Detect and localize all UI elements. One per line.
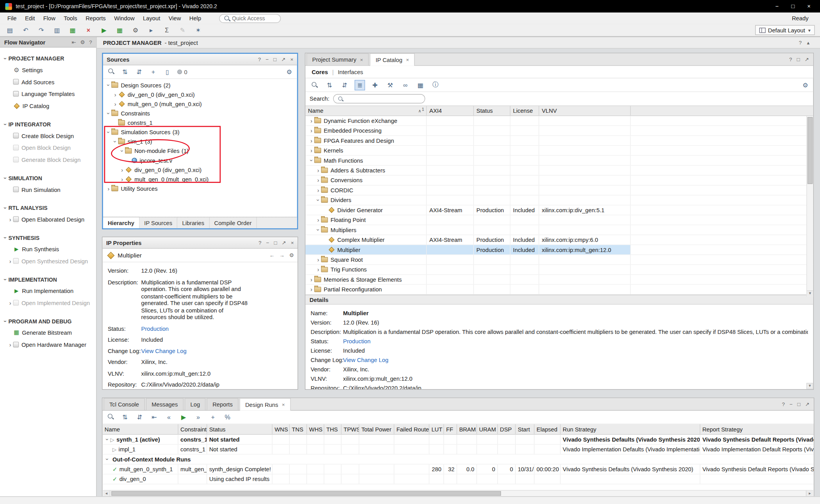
tree-item-sim-mult-gen-0[interactable]: mult_gen_0 (mult_gen_0.xci) [103, 174, 297, 184]
tree-item-simulation-sources[interactable]: Simulation Sources(3) [103, 128, 297, 137]
help-icon[interactable] [258, 240, 261, 246]
tab-log[interactable]: Log [185, 398, 206, 410]
close-icon[interactable] [406, 57, 409, 63]
column-elapsed[interactable]: Elapsed [535, 424, 561, 434]
column-run-strategy[interactable]: Run Strategy [561, 424, 701, 434]
flownav-item-run-simulation[interactable]: Run Simulation [0, 183, 96, 195]
flownav-section-ip-integrator[interactable]: IP INTEGRATOR [0, 119, 96, 130]
chevron-icon[interactable] [308, 147, 314, 154]
tree-item-constraints[interactable]: Constraints [103, 109, 297, 118]
flownav-item-generate-bitstream[interactable]: Generate Bitstream [0, 327, 96, 339]
chevron-icon[interactable] [112, 101, 118, 107]
scrollbar-thumb[interactable] [808, 117, 813, 184]
tree-item-constrs-1[interactable]: constrs_1 [103, 118, 297, 128]
close-icon[interactable] [807, 3, 811, 9]
chevron-right-icon[interactable] [7, 258, 13, 264]
settings-gear-icon[interactable] [285, 68, 293, 76]
expand-all-icon[interactable] [339, 80, 350, 90]
menu-file[interactable]: File [3, 14, 21, 22]
maximize-icon[interactable] [797, 57, 800, 62]
chevron-right-icon[interactable] [7, 216, 13, 222]
collapse-all-icon[interactable] [121, 413, 129, 421]
column-constraints[interactable]: Constraints [178, 424, 207, 434]
run-icon[interactable] [99, 27, 109, 34]
chevron-icon[interactable] [308, 137, 314, 144]
column-dsp[interactable]: DSP [498, 424, 516, 434]
flownav-item-language-templates[interactable]: Language Templates [0, 88, 96, 100]
tab-libraries[interactable]: Libraries [178, 217, 210, 228]
hierarchy-toggle-icon[interactable] [355, 80, 365, 90]
chevron-icon[interactable] [105, 436, 111, 442]
catalog-row-floating-point[interactable]: Floating Point [305, 215, 813, 225]
next-icon[interactable] [194, 413, 202, 421]
chevron-icon[interactable] [3, 318, 9, 324]
run-row-synth-1[interactable]: synth_1 (active) constrs_1 Not started V… [103, 435, 815, 444]
nav-help-icon[interactable] [89, 39, 92, 45]
chevron-icon[interactable] [3, 276, 9, 282]
flownav-item-generate-block-design[interactable]: Generate Block Design [0, 154, 96, 166]
flownav-item-settings[interactable]: Settings [0, 64, 96, 76]
undo-icon[interactable] [21, 27, 30, 34]
percentage-icon[interactable] [223, 413, 232, 421]
close-icon[interactable] [291, 57, 294, 62]
edit-icon[interactable] [178, 27, 187, 34]
column-lut[interactable]: LUT [430, 424, 444, 434]
catalog-row-dividers[interactable]: Dividers [305, 195, 813, 205]
catalog-row-dynamic-function-exchange[interactable]: Dynamic Function eXchange [305, 116, 813, 126]
column-license[interactable]: License [510, 106, 539, 115]
minimize-icon[interactable] [775, 3, 779, 9]
view-change-log-link[interactable]: View Change Log [343, 357, 389, 363]
catalog-row-cordic[interactable]: CORDIC [305, 185, 813, 195]
catalog-row-partial-reconfiguration[interactable]: Partial Reconfiguration [305, 285, 813, 295]
catalog-row-multipliers[interactable]: Multipliers [305, 225, 813, 235]
column-ff[interactable]: FF [444, 424, 457, 434]
column-status[interactable]: Status [207, 424, 272, 434]
catalog-row-embedded-processing[interactable]: Embedded Processing [305, 126, 813, 136]
column-bram[interactable]: BRAM [457, 424, 477, 434]
expand-all-icon[interactable] [135, 413, 144, 421]
flownav-item-open-synthesized-design[interactable]: Open Synthesized Design [0, 255, 96, 267]
flownav-section-implementation[interactable]: IMPLEMENTATION [0, 274, 96, 285]
chevron-icon[interactable] [316, 217, 321, 223]
run-row-mult-gen-0-synth-1[interactable]: mult_gen_0_synth_1 mult_gen_0 synth_desi… [103, 465, 815, 474]
chevron-icon[interactable] [105, 456, 111, 462]
flownav-item-run-implementation[interactable]: Run Implementation [0, 285, 96, 297]
chevron-icon[interactable] [316, 257, 321, 263]
grid-icon[interactable] [415, 80, 426, 90]
search-icon[interactable] [107, 67, 115, 76]
tab-project-summary[interactable]: Project Summary [307, 53, 369, 66]
tab-hierarchy[interactable]: Hierarchy [103, 217, 139, 228]
chevron-icon[interactable] [3, 234, 9, 241]
catalog-row-square-root[interactable]: Square Root [305, 255, 813, 265]
catalog-search-input[interactable] [345, 96, 419, 102]
create-run-icon[interactable] [209, 413, 217, 421]
minimize-icon[interactable] [790, 401, 793, 407]
column-vlnv[interactable]: VLNV [539, 106, 631, 115]
sum-icon[interactable] [162, 27, 171, 34]
sources-panel-header[interactable]: Sources [103, 54, 297, 65]
chevron-icon[interactable] [316, 197, 321, 203]
float-icon[interactable] [805, 57, 809, 62]
status-link[interactable]: Production [141, 325, 249, 332]
chevron-icon[interactable] [308, 157, 314, 163]
run-row-impl-1[interactable]: impl_1 constrs_1 Not started Vivado Impl… [103, 445, 815, 454]
search-icon[interactable] [106, 413, 114, 421]
launch-runs-icon[interactable] [179, 413, 187, 421]
menu-window[interactable]: Window [110, 14, 139, 22]
flownav-item-add-sources[interactable]: Add Sources [0, 76, 96, 88]
redo-icon[interactable] [37, 27, 46, 34]
collapse-panel-icon[interactable] [807, 40, 809, 46]
add-sources-icon[interactable] [149, 68, 157, 76]
maximize-icon[interactable] [797, 401, 800, 407]
quick-access-box[interactable] [219, 14, 281, 23]
help-icon[interactable] [258, 57, 261, 62]
chevron-icon[interactable] [112, 91, 118, 98]
column-failed-routes[interactable]: Failed Routes [394, 424, 430, 434]
info-icon[interactable] [430, 80, 441, 90]
menu-tools[interactable]: Tools [60, 14, 82, 22]
nav-settings-icon[interactable] [80, 39, 85, 45]
column-whs[interactable]: WHS [307, 424, 324, 434]
back-icon[interactable] [269, 252, 275, 258]
search-icon[interactable] [309, 80, 320, 90]
column-uram[interactable]: URAM [477, 424, 498, 434]
